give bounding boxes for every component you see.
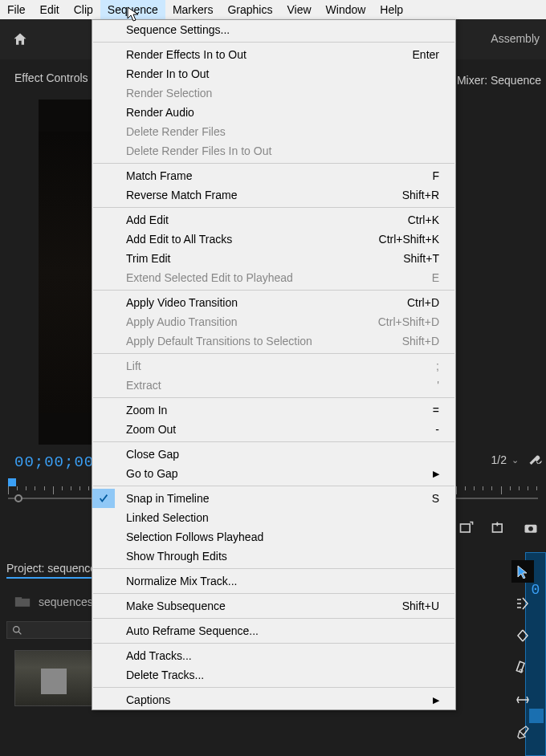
razor-tool[interactable] [511, 656, 534, 679]
menu-shortcut: Ctrl+K [408, 213, 439, 226]
pen-tool[interactable] [511, 721, 534, 743]
menu-item-make-subsequence[interactable]: Make SubsequenceShift+U [92, 596, 455, 616]
menu-item-captions[interactable]: Captions▶ [92, 690, 455, 709]
menu-item-snap-in-timeline[interactable]: Snap in TimelineS [92, 489, 455, 508]
menu-item-label: Show Through Edits [126, 550, 227, 563]
menu-item-label: Sequence Settings... [126, 23, 230, 36]
menu-item-zoom-in[interactable]: Zoom In= [92, 400, 455, 420]
svg-point-3 [528, 526, 533, 531]
menu-separator [93, 290, 454, 291]
menu-separator [93, 42, 454, 43]
menu-item-delete-tracks[interactable]: Delete Tracks... [92, 665, 455, 685]
menu-item-close-gap[interactable]: Close Gap [92, 445, 455, 464]
menubar-item-file[interactable]: File [0, 0, 33, 19]
tab-effect-controls[interactable]: Effect Controls [6, 67, 96, 88]
menu-item-label: Apply Default Transitions to Selection [126, 335, 312, 348]
menu-item-reverse-match-frame[interactable]: Reverse Match FrameShift+R [92, 185, 455, 205]
bin-icon [14, 596, 31, 608]
selection-tool[interactable] [511, 560, 534, 583]
menu-item-trim-edit[interactable]: Trim EditShift+T [92, 249, 455, 268]
menu-item-add-tracks[interactable]: Add Tracks... [92, 646, 455, 665]
menu-separator [93, 568, 454, 569]
menu-item-render-audio[interactable]: Render Audio [92, 103, 455, 122]
menu-item-go-to-gap[interactable]: Go to Gap▶ [92, 464, 455, 483]
tool-palette [511, 560, 535, 743]
menu-separator [93, 687, 454, 688]
menu-separator [93, 486, 454, 486]
menu-item-label: Match Frame [126, 169, 192, 182]
menubar-item-markers[interactable]: Markers [165, 0, 221, 19]
ripple-icon [515, 628, 530, 643]
menu-item-match-frame[interactable]: Match FrameF [92, 166, 455, 185]
menu-item-render-selection: Render Selection [92, 83, 455, 103]
menubar-item-window[interactable]: Window [319, 0, 373, 19]
home-icon[interactable] [11, 31, 29, 47]
menu-item-add-edit-to-all-tracks[interactable]: Add Edit to All TracksCtrl+Shift+K [92, 230, 455, 249]
menu-item-label: Delete Render Files In to Out [126, 144, 271, 157]
menu-item-show-through-edits[interactable]: Show Through Edits [92, 547, 455, 566]
menu-item-extend-selected-edit-to-playhead: Extend Selected Edit to PlayheadE [92, 268, 455, 287]
menu-shortcut: Ctrl+Shift+K [379, 233, 439, 246]
menu-item-delete-render-files: Delete Render Files [92, 122, 455, 141]
menu-item-label: Apply Video Transition [126, 296, 238, 309]
menu-item-zoom-out[interactable]: Zoom Out- [92, 420, 455, 439]
menu-item-label: Render Effects In to Out [126, 48, 247, 61]
menubar-item-edit[interactable]: Edit [33, 0, 67, 19]
thumbnail-image [41, 669, 67, 694]
clip-thumbnail[interactable] [14, 650, 93, 706]
menubar-item-sequence[interactable]: Sequence [100, 0, 165, 19]
menu-item-render-in-to-out[interactable]: Render In to Out [92, 64, 455, 83]
svg-rect-4 [15, 599, 30, 607]
menu-item-label: Lift [126, 360, 141, 372]
menubar-item-help[interactable]: Help [373, 0, 410, 19]
menu-item-normalize-mix-track[interactable]: Normalize Mix Track... [92, 571, 455, 591]
ripple-edit-tool[interactable] [511, 624, 534, 647]
menu-shortcut: E [432, 271, 439, 284]
menubar-item-view[interactable]: View [279, 0, 318, 19]
menu-item-label: Add Edit to All Tracks [126, 233, 232, 246]
menu-item-label: Normalize Mix Track... [126, 575, 237, 587]
check-icon [92, 489, 115, 508]
menu-item-apply-video-transition[interactable]: Apply Video TransitionCtrl+D [92, 293, 455, 312]
menu-shortcut: Shift+D [402, 335, 439, 348]
menu-separator [93, 163, 454, 164]
menu-shortcut: ; [436, 360, 439, 372]
settings-icon[interactable] [528, 453, 543, 467]
menu-item-label: Add Edit [126, 213, 169, 226]
menubar-item-clip[interactable]: Clip [67, 0, 100, 19]
bin-row[interactable]: sequences [14, 595, 93, 608]
menu-separator [93, 618, 454, 619]
menu-item-add-edit[interactable]: Add EditCtrl+K [92, 210, 455, 230]
menu-shortcut: Shift+U [402, 600, 439, 612]
menu-item-label: Render Selection [126, 87, 212, 100]
camera-icon[interactable] [522, 520, 540, 536]
resolution-value: 1/2 [491, 453, 507, 466]
menu-item-label: Delete Render Files [126, 125, 226, 138]
playback-resolution-dropdown[interactable]: 1/2 ⌄ [491, 453, 519, 466]
track-select-tool[interactable] [511, 592, 534, 615]
svg-rect-5 [15, 597, 22, 600]
insert-icon[interactable] [490, 520, 507, 536]
menu-item-label: Auto Reframe Sequence... [126, 624, 259, 637]
slip-tool[interactable] [511, 689, 534, 711]
menu-item-label: Close Gap [126, 448, 179, 461]
workspace-tab-assembly[interactable]: Assembly [491, 32, 540, 45]
track-icon [515, 596, 530, 611]
menu-item-selection-follows-playhead[interactable]: Selection Follows Playhead [92, 527, 455, 547]
menu-item-sequence-settings[interactable]: Sequence Settings... [92, 20, 455, 39]
menu-item-auto-reframe-sequence[interactable]: Auto Reframe Sequence... [92, 621, 455, 640]
menu-separator [93, 643, 454, 644]
export-frame-icon[interactable] [458, 520, 475, 536]
tab-audio-track-mixer[interactable]: Mixer: Sequence [457, 74, 541, 87]
menu-item-linked-selection[interactable]: Linked Selection [92, 508, 455, 527]
menubar-item-graphics[interactable]: Graphics [220, 0, 279, 19]
menu-item-label: Render Audio [126, 106, 194, 119]
menu-shortcut: Ctrl+Shift+D [378, 315, 439, 328]
project-panel-title[interactable]: Project: sequence [6, 562, 96, 579]
menu-shortcut: - [435, 423, 439, 436]
menu-item-label: Linked Selection [126, 511, 209, 524]
search-icon [12, 625, 22, 636]
menu-item-render-effects-in-to-out[interactable]: Render Effects In to OutEnter [92, 45, 455, 64]
scrub-handle[interactable] [14, 494, 22, 502]
menu-separator [93, 441, 454, 442]
